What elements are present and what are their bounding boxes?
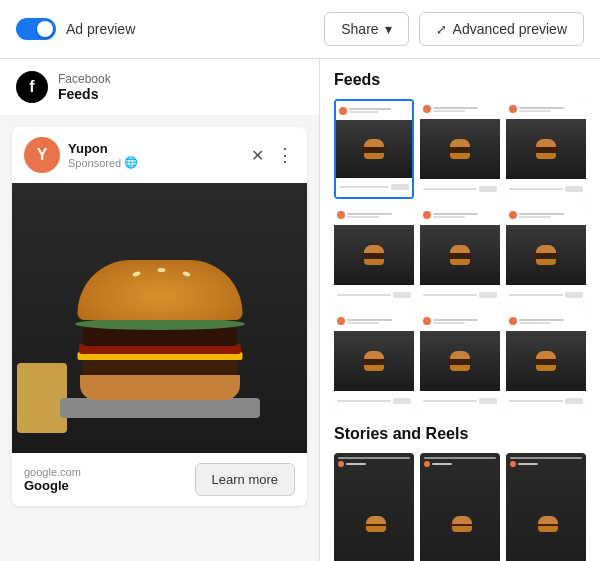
- thumb-img: [506, 331, 586, 391]
- bun-bottom: [80, 375, 240, 400]
- thumb-header: [334, 205, 414, 225]
- mini-burger-icon: [534, 245, 558, 265]
- sesame-3: [182, 271, 191, 277]
- thumbnail-8[interactable]: [506, 311, 586, 411]
- thumb-header: [506, 311, 586, 331]
- thumb-header: [420, 99, 500, 119]
- ad-footer: google.com Google Learn more: [12, 453, 307, 506]
- stories-section: Stories and Reels: [334, 425, 586, 561]
- ad-image: [12, 183, 307, 453]
- thumb-avatar: [509, 317, 517, 325]
- bun-top: [77, 260, 242, 320]
- thumb-img: [506, 119, 586, 179]
- facebook-icon: f: [16, 71, 48, 103]
- thumb-avatar: [423, 317, 431, 325]
- thumbnail-0[interactable]: [334, 99, 414, 199]
- mini-burger-icon: [536, 516, 556, 532]
- story-thumbnail-1[interactable]: [420, 453, 500, 561]
- mini-burger-icon: [362, 139, 386, 159]
- toggle-thumb: [37, 21, 53, 37]
- share-label: Share: [341, 21, 378, 37]
- mini-burger-icon: [362, 245, 386, 265]
- tray: [60, 398, 260, 418]
- domain: google.com: [24, 466, 81, 478]
- header-left: Ad preview: [16, 18, 135, 40]
- thumb-footer: [506, 285, 586, 305]
- thumbnail-5[interactable]: [506, 205, 586, 305]
- thumb-footer: [420, 285, 500, 305]
- thumb-img: [334, 225, 414, 285]
- thumb-header: [336, 101, 412, 120]
- thumb-avatar: [337, 317, 345, 325]
- thumb-img: [336, 120, 412, 178]
- thumb-footer: [506, 391, 586, 411]
- thumb-footer: [420, 179, 500, 199]
- share-button[interactable]: Share ▾: [324, 12, 408, 46]
- learn-more-button[interactable]: Learn more: [195, 463, 295, 496]
- platform-name: Facebook: [58, 72, 111, 86]
- ad-header: Y Yupon Sponsored 🌐 ✕ ⋮: [12, 127, 307, 183]
- mini-burger-icon: [364, 516, 384, 532]
- thumbnail-2[interactable]: [506, 99, 586, 199]
- advanced-preview-button[interactable]: ⤢ Advanced preview: [419, 12, 584, 46]
- header-title: Ad preview: [66, 21, 135, 37]
- thumb-header: [506, 205, 586, 225]
- header: Ad preview Share ▾ ⤢ Advanced preview: [0, 0, 600, 59]
- thumb-header: [506, 99, 586, 119]
- thumb-footer: [334, 285, 414, 305]
- mini-burger-icon: [534, 351, 558, 371]
- thumb-avatar: [423, 105, 431, 113]
- chevron-down-icon: ▾: [385, 21, 392, 37]
- story-thumbnail-2[interactable]: [506, 453, 586, 561]
- thumb-avatar: [337, 211, 345, 219]
- ad-footer-info: google.com Google: [24, 466, 81, 493]
- ad-meta: Yupon Sponsored 🌐: [68, 141, 243, 169]
- thumb-footer: [334, 391, 414, 411]
- platform-header: f Facebook Feeds: [0, 59, 319, 115]
- avatar: Y: [24, 137, 60, 173]
- feeds-thumbnails-grid: [334, 99, 586, 411]
- sesame-1: [132, 271, 141, 277]
- mini-burger-icon: [450, 516, 470, 532]
- right-panel[interactable]: Feeds: [320, 59, 600, 561]
- ad-preview-toggle[interactable]: [16, 18, 56, 40]
- ad-actions: ✕ ⋮: [251, 144, 295, 166]
- stories-section-title: Stories and Reels: [334, 425, 586, 443]
- thumb-img: [334, 331, 414, 391]
- thumb-img: [420, 331, 500, 391]
- patty-2: [82, 328, 237, 346]
- thumbnail-1[interactable]: [420, 99, 500, 199]
- brand-name: Google: [24, 478, 81, 493]
- left-panel: f Facebook Feeds Y Yupon Sponsored 🌐 ✕ ⋮: [0, 59, 320, 561]
- burger-scene: [12, 183, 307, 453]
- expand-icon: ⤢: [436, 22, 447, 37]
- thumb-footer: [506, 179, 586, 199]
- platform-text: Facebook Feeds: [58, 72, 111, 102]
- mini-burger-icon: [448, 351, 472, 371]
- stories-grid: [334, 453, 586, 561]
- placement-name: Feeds: [58, 86, 111, 102]
- thumbnail-3[interactable]: [334, 205, 414, 305]
- advanced-label: Advanced preview: [453, 21, 567, 37]
- mini-burger-icon: [362, 351, 386, 371]
- thumb-footer: [420, 391, 500, 411]
- ad-card: Y Yupon Sponsored 🌐 ✕ ⋮: [12, 127, 307, 506]
- globe-icon: 🌐: [124, 156, 138, 169]
- story-thumbnail-0[interactable]: [334, 453, 414, 561]
- thumb-avatar: [509, 211, 517, 219]
- thumb-img: [506, 225, 586, 285]
- thumb-avatar: [339, 107, 347, 115]
- thumb-avatar: [509, 105, 517, 113]
- mini-burger-icon: [448, 139, 472, 159]
- sponsored-label: Sponsored 🌐: [68, 156, 243, 169]
- thumbnail-7[interactable]: [420, 311, 500, 411]
- burger-graphic: [50, 208, 270, 428]
- more-options-button[interactable]: ⋮: [276, 144, 295, 166]
- thumbnail-4[interactable]: [420, 205, 500, 305]
- thumbnail-6[interactable]: [334, 311, 414, 411]
- thumb-img: [420, 225, 500, 285]
- thumb-header: [420, 205, 500, 225]
- thumb-header: [420, 311, 500, 331]
- close-button[interactable]: ✕: [251, 146, 264, 165]
- thumb-header: [334, 311, 414, 331]
